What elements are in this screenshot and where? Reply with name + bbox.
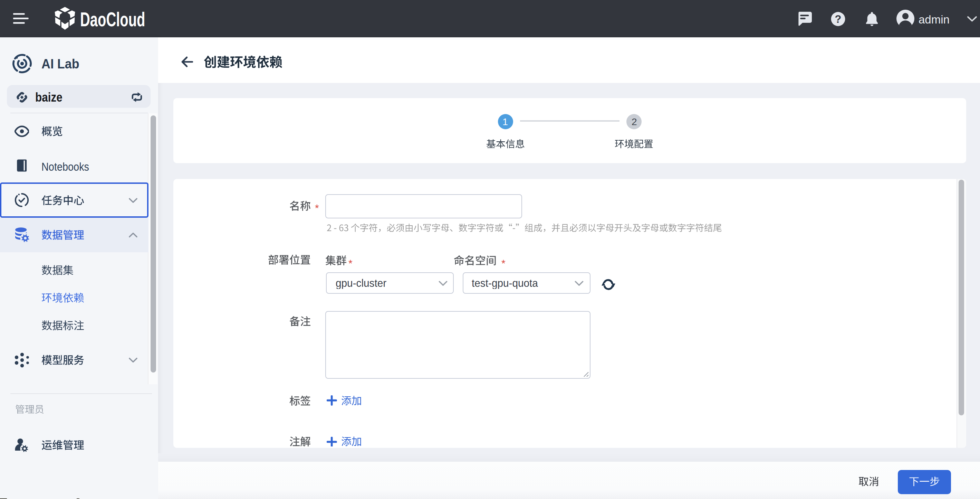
svg-text:?: ?	[835, 13, 841, 25]
